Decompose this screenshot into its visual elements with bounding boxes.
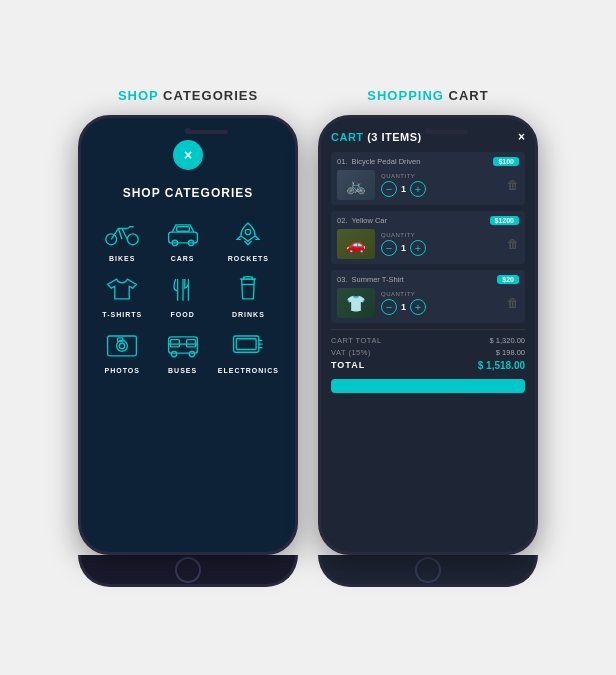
drinks-icon [230, 272, 266, 306]
vat-value: $ 198.00 [496, 348, 525, 357]
qty-plus-3[interactable]: + [410, 299, 426, 315]
item-3-image: 👕 [337, 288, 375, 318]
svg-point-1 [128, 234, 139, 245]
category-tshirts[interactable]: T-SHIRTS [97, 272, 147, 318]
cart-item-3-body: 👕 QUANTITY − 1 + 🗑 [337, 288, 519, 318]
category-bikes[interactable]: BIKES [97, 216, 147, 262]
svg-rect-21 [237, 339, 257, 350]
qty-label-3: QUANTITY [381, 291, 499, 297]
categories-grid: BIKES CARS ROCKETS [81, 216, 295, 374]
food-icon [165, 272, 201, 306]
left-section-title: SHOP CATEGORIES [118, 88, 258, 103]
item-3-price: $20 [497, 275, 519, 284]
title-rest-right: CART [449, 88, 489, 103]
categories-screen-title: SHOP CATEGORIES [81, 186, 295, 200]
svg-rect-13 [118, 338, 123, 342]
close-button-left[interactable]: × [173, 140, 203, 170]
qty-plus-2[interactable]: + [410, 240, 426, 256]
cart-item-1-header: 01. Bicycle Pedal Driven $100 [337, 157, 519, 166]
cart-header: CART (3 ITEMS) × [331, 130, 525, 144]
bikes-label: BIKES [109, 255, 135, 262]
category-photos[interactable]: PHOTOS [97, 328, 147, 374]
phone-left: × SHOP CATEGORIES BIKES [78, 115, 298, 555]
cart-total-row: CART TOTAL $ 1,320.00 [331, 336, 525, 345]
item-2-price: $1200 [490, 216, 519, 225]
bike-icon [104, 216, 140, 250]
category-drinks[interactable]: DRINKS [218, 272, 279, 318]
title-rest-left: CATEGORIES [163, 88, 258, 103]
rockets-label: ROCKETS [228, 255, 269, 262]
cart-item-1: 01. Bicycle Pedal Driven $100 🚲 QUANTITY… [331, 152, 525, 205]
svg-point-12 [120, 343, 125, 348]
phone-right: CART (3 ITEMS) × 01. Bicycle Pedal Drive… [318, 115, 538, 555]
cart-total-label: CART TOTAL [331, 336, 382, 345]
qty-controls-2: − 1 + [381, 240, 499, 256]
cart-item-3-header: 03. Summer T-Shirt $20 [337, 275, 519, 284]
vat-row: VAT (15%) $ 198.00 [331, 348, 525, 357]
cart-close-button[interactable]: × [518, 130, 525, 144]
qty-minus-2[interactable]: − [381, 240, 397, 256]
qty-plus-1[interactable]: + [410, 181, 426, 197]
item-2-title: Yellow Car [351, 216, 387, 225]
cart-title-highlight: CART [331, 131, 364, 143]
categories-screen: × SHOP CATEGORIES BIKES [81, 118, 295, 552]
cart-item-2-name: 02. Yellow Car [337, 216, 389, 225]
title-highlight-right: SHOPPING [367, 88, 444, 103]
category-food[interactable]: FOOD [157, 272, 207, 318]
item-2-image: 🚗 [337, 229, 375, 259]
vat-label: VAT (15%) [331, 348, 371, 357]
qty-minus-3[interactable]: − [381, 299, 397, 315]
food-label: FOOD [171, 311, 195, 318]
trash-icon-3[interactable]: 🗑 [507, 296, 519, 310]
cart-item-2-header: 02. Yellow Car $1200 [337, 216, 519, 225]
cart-total-value: $ 1,320.00 [490, 336, 525, 345]
item-1-image: 🚲 [337, 170, 375, 200]
category-cars[interactable]: CARS [157, 216, 207, 262]
qty-minus-1[interactable]: − [381, 181, 397, 197]
item-2-num: 02. [337, 216, 347, 225]
home-button-right[interactable] [415, 557, 441, 583]
item-3-title: Summer T-Shirt [352, 275, 404, 284]
tshirts-label: T-SHIRTS [102, 311, 142, 318]
cart-item-3-name: 03. Summer T-Shirt [337, 275, 406, 284]
category-rockets[interactable]: ROCKETS [218, 216, 279, 262]
right-section-title: SHOPPING CART [367, 88, 488, 103]
cars-label: CARS [171, 255, 195, 262]
item-1-price: $100 [493, 157, 519, 166]
item-1-num: 01. [337, 157, 347, 166]
cart-item-1-body: 🚲 QUANTITY − 1 + 🗑 [337, 170, 519, 200]
grand-total-row: TOTAL $ 1,518.00 [331, 360, 525, 371]
cart-item-2: 02. Yellow Car $1200 🚗 QUANTITY − 1 [331, 211, 525, 264]
svg-point-17 [171, 351, 176, 356]
qty-controls-1: − 1 + [381, 181, 499, 197]
tshirt-icon [104, 272, 140, 306]
cart-item-3: 03. Summer T-Shirt $20 👕 QUANTITY − 1 [331, 270, 525, 323]
cart-totals: CART TOTAL $ 1,320.00 VAT (15%) $ 198.00… [331, 329, 525, 393]
qty-value-3: 1 [401, 302, 406, 312]
bus-icon [165, 328, 201, 362]
svg-rect-15 [170, 340, 179, 347]
trash-icon-2[interactable]: 🗑 [507, 237, 519, 251]
category-buses[interactable]: BUSES [157, 328, 207, 374]
trash-icon-1[interactable]: 🗑 [507, 178, 519, 192]
grand-total-label: TOTAL [331, 360, 365, 371]
svg-point-6 [246, 229, 251, 234]
phone-home-left [78, 555, 298, 587]
item-1-title: Bicycle Pedal Driven [352, 157, 421, 166]
right-section: SHOPPING CART CART (3 ITEMS) × 01. [318, 88, 538, 587]
qty-label-1: QUANTITY [381, 173, 499, 179]
qty-label-2: QUANTITY [381, 232, 499, 238]
phone-home-right [318, 555, 538, 587]
cart-count: (3 ITEMS) [367, 131, 422, 143]
svg-rect-10 [108, 336, 137, 356]
qty-controls-3: − 1 + [381, 299, 499, 315]
car-icon [165, 216, 201, 250]
cart-title: CART (3 ITEMS) [331, 131, 422, 143]
drinks-label: DRINKS [232, 311, 265, 318]
cart-item-1-name: 01. Bicycle Pedal Driven [337, 157, 422, 166]
home-button-left[interactable] [175, 557, 201, 583]
category-electronics[interactable]: ELECTRONICS [218, 328, 279, 374]
checkout-button[interactable] [331, 379, 525, 393]
photos-icon [104, 328, 140, 362]
left-section: SHOP CATEGORIES × SHOP CATEGORIES BIKES [78, 88, 298, 587]
